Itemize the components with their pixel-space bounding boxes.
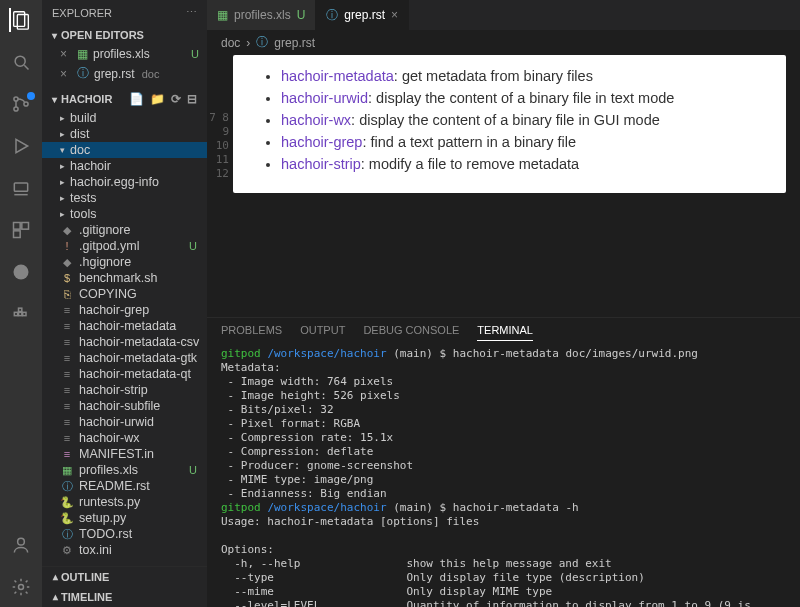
account-icon[interactable] (9, 533, 33, 557)
file-item[interactable]: ⓘREADME.rst (42, 478, 207, 494)
explorer-icon[interactable] (9, 8, 33, 32)
doc-link[interactable]: hachoir-wx (281, 112, 351, 128)
editor-tab[interactable]: ⓘgrep.rst× (316, 0, 409, 30)
line-gutter: 7 8 9 10 11 12 (207, 55, 233, 317)
editor-tab[interactable]: ▦profiles.xlsU (207, 0, 316, 30)
file-item[interactable]: ≡hachoir-metadata (42, 318, 207, 334)
svg-rect-15 (19, 312, 22, 315)
folder-item[interactable]: ▸build (42, 110, 207, 126)
file-item[interactable]: ≡hachoir-strip (42, 382, 207, 398)
panel-tab-debug-console[interactable]: DEBUG CONSOLE (363, 324, 459, 341)
project-section-header[interactable]: ▾ HACHOIR 📄 📁 ⟳ ⊟ (42, 88, 207, 110)
chevron-right-icon: ▸ (49, 595, 60, 600)
main-editor-area: ▦profiles.xlsUⓘgrep.rst× doc › ⓘ grep.rs… (207, 0, 800, 607)
file-item[interactable]: ≡hachoir-grep (42, 302, 207, 318)
breadcrumb-segment[interactable]: doc (221, 36, 240, 50)
file-item[interactable]: !.gitpod.ymlU (42, 238, 207, 254)
chevron-down-icon: ▾ (52, 94, 57, 105)
panel-tab-problems[interactable]: PROBLEMS (221, 324, 282, 341)
open-editors-section[interactable]: ▾ OPEN EDITORS (42, 25, 207, 45)
folder-name: doc (70, 143, 90, 157)
svg-point-4 (14, 97, 18, 101)
panel-tab-output[interactable]: OUTPUT (300, 324, 345, 341)
doc-link[interactable]: hachoir-metadata (281, 68, 394, 84)
doc-text: : find a text pattern in a binary file (362, 134, 576, 150)
breadcrumb-segment[interactable]: grep.rst (274, 36, 315, 50)
file-icon: 🐍 (60, 511, 74, 525)
folder-item[interactable]: ▾doc (42, 142, 207, 158)
tab-label: grep.rst (344, 8, 385, 22)
outline-section[interactable]: ▸ OUTLINE (42, 567, 207, 587)
panel-tab-terminal[interactable]: TERMINAL (477, 324, 533, 341)
git-status: U (189, 240, 201, 252)
folder-item[interactable]: ▸tools (42, 206, 207, 222)
file-name: hachoir-metadata-qt (79, 367, 191, 381)
timeline-title: TIMELINE (61, 591, 112, 603)
open-editor-item[interactable]: × ⓘ grep.rst doc (42, 63, 207, 84)
folder-name: tools (70, 207, 96, 221)
file-icon: ▦ (60, 463, 74, 477)
chevron-right-icon: › (246, 36, 250, 50)
remote-icon[interactable] (9, 176, 33, 200)
doc-link[interactable]: hachoir-grep (281, 134, 362, 150)
file-icon: ≡ (60, 303, 74, 317)
file-item[interactable]: ▦profiles.xlsU (42, 462, 207, 478)
refresh-icon[interactable]: ⟳ (171, 92, 181, 106)
svg-point-19 (19, 585, 24, 590)
settings-gear-icon[interactable] (9, 575, 33, 599)
chevron-icon: ▸ (60, 129, 65, 139)
source-control-icon[interactable] (9, 92, 33, 116)
close-icon[interactable]: × (391, 8, 398, 22)
file-item[interactable]: ◆.hgignore (42, 254, 207, 270)
docker-icon[interactable] (9, 302, 33, 326)
explorer-header: EXPLORER ⋯ (42, 0, 207, 25)
file-item[interactable]: $benchmark.sh (42, 270, 207, 286)
tab-label: profiles.xls (234, 8, 291, 22)
search-icon[interactable] (9, 50, 33, 74)
breadcrumbs[interactable]: doc › ⓘ grep.rst (207, 30, 800, 55)
file-item[interactable]: ⎘COPYING (42, 286, 207, 302)
open-editor-item[interactable]: × ▦ profiles.xls U (42, 45, 207, 63)
file-icon: ≡ (60, 447, 74, 461)
file-name: MANIFEST.in (79, 447, 154, 461)
tabs-bar: ▦profiles.xlsUⓘgrep.rst× (207, 0, 800, 30)
timeline-section[interactable]: ▸ TIMELINE (42, 587, 207, 607)
doc-link[interactable]: hachoir-urwid (281, 90, 368, 106)
file-item[interactable]: ⓘTODO.rst (42, 526, 207, 542)
terminal-view[interactable]: gitpod /workspace/hachoir (main) $ hacho… (207, 341, 800, 607)
file-name: hachoir-grep (79, 303, 149, 317)
file-item[interactable]: 🐍setup.py (42, 510, 207, 526)
file-item[interactable]: ≡MANIFEST.in (42, 446, 207, 462)
explorer-more-icon[interactable]: ⋯ (186, 6, 197, 19)
folder-item[interactable]: ▸dist (42, 126, 207, 142)
file-item[interactable]: ≡hachoir-wx (42, 430, 207, 446)
doc-list-item: hachoir-wx: display the content of a bin… (281, 109, 786, 131)
file-name: hachoir-urwid (79, 415, 154, 429)
file-item[interactable]: ≡hachoir-urwid (42, 414, 207, 430)
file-item[interactable]: ◆.gitignore (42, 222, 207, 238)
file-item[interactable]: ⚙tox.ini (42, 542, 207, 558)
new-file-icon[interactable]: 📄 (129, 92, 144, 106)
file-item[interactable]: ≡hachoir-metadata-gtk (42, 350, 207, 366)
extensions-icon[interactable] (9, 218, 33, 242)
file-item[interactable]: ≡hachoir-metadata-csv (42, 334, 207, 350)
file-item[interactable]: ≡hachoir-subfile (42, 398, 207, 414)
new-folder-icon[interactable]: 📁 (150, 92, 165, 106)
file-item[interactable]: 🐍runtests.py (42, 494, 207, 510)
github-icon[interactable] (9, 260, 33, 284)
file-item[interactable]: ≡hachoir-metadata-qt (42, 366, 207, 382)
run-debug-icon[interactable] (9, 134, 33, 158)
folder-item[interactable]: ▸tests (42, 190, 207, 206)
folder-item[interactable]: ▸hachoir.egg-info (42, 174, 207, 190)
file-name: .hgignore (79, 255, 131, 269)
collapse-icon[interactable]: ⊟ (187, 92, 197, 106)
close-icon[interactable]: × (60, 47, 72, 61)
git-status: U (297, 8, 306, 22)
doc-text: : get metadata from binary files (394, 68, 593, 84)
editor-content[interactable]: hachoir-metadata: get metadata from bina… (233, 55, 800, 317)
doc-link[interactable]: hachoir-strip (281, 156, 361, 172)
file-name: hachoir-metadata-csv (79, 335, 199, 349)
close-icon[interactable]: × (60, 67, 72, 81)
folder-item[interactable]: ▸hachoir (42, 158, 207, 174)
git-status: U (191, 48, 199, 60)
